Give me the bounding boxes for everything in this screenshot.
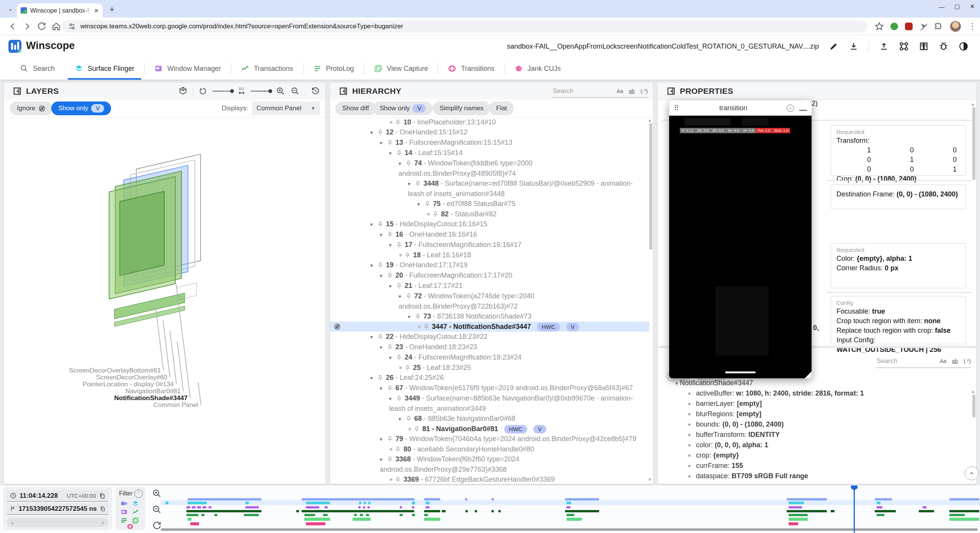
timeline-segment-screen-recording[interactable] xyxy=(492,498,494,500)
forward-icon[interactable] xyxy=(22,21,32,31)
property-row[interactable]: color: (0, 0, 0), alpha: 1 xyxy=(684,440,970,450)
hide-layer-eye-icon[interactable] xyxy=(334,323,341,330)
next-frame-icon[interactable]: › xyxy=(102,519,104,526)
timeline-segment-window-manager[interactable] xyxy=(306,506,319,508)
pin-icon[interactable] xyxy=(406,416,411,422)
timeline-segment-view-capture[interactable] xyxy=(304,518,330,521)
minimize-icon[interactable]: — xyxy=(799,105,807,114)
regex-icon[interactable]: (.*) xyxy=(964,358,971,364)
pin-icon[interactable] xyxy=(424,324,429,330)
layer-label[interactable]: PointerLocation - display 0#134 xyxy=(4,381,174,388)
hierarchy-node-19[interactable]: ▾19 - OneHanded:17:17#19 xyxy=(330,260,649,270)
prev-frame-icon[interactable]: ‹ xyxy=(11,519,13,526)
timeline-segment-view-capture[interactable] xyxy=(353,518,371,521)
timeline-segment-window-manager[interactable] xyxy=(363,506,365,508)
upload-icon[interactable] xyxy=(879,41,889,51)
human-time-field[interactable]: 11:04:14.228 UTC+00:00 xyxy=(7,490,108,502)
hierarchy-node-13[interactable]: ▾13 - FullscreenMagnification:15:15#13 xyxy=(330,137,649,148)
hierarchy-node-3369[interactable]: 3369 - 67726bf EdgeBackGestureHandler0#3… xyxy=(330,474,649,484)
timeline-segment-surface-flinger[interactable] xyxy=(567,502,571,504)
expand-arrow-icon[interactable]: ▾ xyxy=(399,159,406,168)
timeline-segment-window-manager[interactable] xyxy=(197,506,201,508)
layer-label[interactable]: NavigationBar0#81 xyxy=(4,387,181,395)
property-row[interactable]: activeBuffer: w: 1080, h: 2400, stride: … xyxy=(684,388,970,399)
tab-jank-cujs[interactable]: Jank CUJs xyxy=(505,57,571,80)
hierarchy-node-3447[interactable]: 3447 - NotificationShade#3447HWCV xyxy=(330,322,649,332)
rotation-slider[interactable] xyxy=(212,91,232,92)
properties-search-input[interactable]: Search Aa ab (.*) xyxy=(876,355,971,368)
browser-menu-icon[interactable]: ⋮ xyxy=(969,21,976,31)
timeline-segment-screen-recording[interactable] xyxy=(465,498,467,500)
pin-icon[interactable] xyxy=(378,334,383,340)
expand-arrow-icon[interactable]: ▾ xyxy=(370,260,378,270)
property-row[interactable]: bufferTransform: IDENTITY xyxy=(684,430,970,440)
collapse-panel-icon[interactable] xyxy=(13,87,21,95)
spacing-slider[interactable] xyxy=(251,91,271,92)
profile-avatar[interactable] xyxy=(950,21,961,32)
timeline-segment-window-manager[interactable] xyxy=(426,506,430,508)
screenshot-overlay-window[interactable]: ⠿ transition i — P: 0 / 1dX: 0.0dY: 0.0X… xyxy=(669,100,812,378)
pin-icon[interactable] xyxy=(395,119,400,126)
hierarchy-node-21[interactable]: ▾21 - Leaf:17:17#21 xyxy=(330,281,649,291)
timeline-segment-protolog[interactable] xyxy=(214,514,217,516)
reset-view-icon[interactable] xyxy=(311,87,320,96)
pin-icon[interactable] xyxy=(378,129,383,136)
hierarchy-node-67[interactable]: ▾67 - WindowToken{e5176f9 type=2019 andr… xyxy=(330,383,649,393)
timeline-segment-view-capture[interactable] xyxy=(789,518,808,521)
hierarchy-node-74[interactable]: ▾74 - WindowToken{fdddbe6 type=2000 andr… xyxy=(330,158,649,178)
extension-cursor-icon[interactable] xyxy=(919,22,929,32)
timeline-segment-protolog[interactable] xyxy=(244,514,259,516)
timeline-segment-transactions[interactable] xyxy=(302,510,414,512)
timeline-segment-transitions[interactable] xyxy=(789,522,798,525)
timeline-segment-protolog[interactable] xyxy=(789,514,808,516)
property-row[interactable]: crop: {empty} xyxy=(684,450,970,461)
timeline-segment-view-capture[interactable] xyxy=(949,518,979,521)
timeline-zoom-out-icon[interactable] xyxy=(152,505,162,515)
pin-icon[interactable] xyxy=(405,252,410,258)
match-word-icon[interactable]: ab xyxy=(629,88,635,94)
ns-time-field[interactable]: 1715339054227572545 ns xyxy=(7,503,108,515)
show-only-button[interactable]: Show only V xyxy=(51,101,111,115)
property-row[interactable]: barrierLayer: [empty] xyxy=(684,399,970,409)
timeline-segment-protolog[interactable] xyxy=(400,514,403,516)
expand-arrow-icon[interactable]: ▾ xyxy=(408,312,415,322)
scrollbar-down-icon[interactable]: ▼ xyxy=(648,477,652,482)
timeline-segment-protolog[interactable] xyxy=(304,514,315,516)
tab-view-capture[interactable]: View Capture xyxy=(364,57,438,80)
pin-icon[interactable] xyxy=(387,232,392,238)
pin-icon[interactable] xyxy=(406,293,411,299)
timeline-segment-surface-flinger[interactable] xyxy=(877,502,880,504)
hierarchy-node-14[interactable]: ▾14 - Leaf:15:15#14 xyxy=(330,148,649,158)
hierarchy-node-23[interactable]: ▾23 - OneHanded:18:23#23 xyxy=(330,342,649,352)
timeline-segment-window-manager[interactable] xyxy=(567,506,570,508)
hierarchy-node-18[interactable]: 18 - Leaf:16:16#18 xyxy=(330,250,649,260)
report-bug-icon[interactable] xyxy=(939,41,949,51)
expand-arrow-icon[interactable]: ▾ xyxy=(675,380,678,386)
back-icon[interactable] xyxy=(8,21,18,31)
pin-icon[interactable] xyxy=(425,201,430,207)
hierarchy-node-16[interactable]: ▾16 - OneHanded:16:16#16 xyxy=(330,229,649,240)
show-only-button[interactable]: Show onlyV xyxy=(373,101,433,115)
pin-icon[interactable] xyxy=(397,355,402,361)
tab-surface-flinger[interactable]: Surface Flinger xyxy=(65,57,144,80)
hierarchy-node-17[interactable]: ▾17 - FullscreenMagnification:16:16#17 xyxy=(330,240,649,250)
expand-arrow-icon[interactable]: ▾ xyxy=(417,199,425,209)
pin-icon[interactable] xyxy=(378,375,383,381)
timeline-segment-surface-flinger[interactable] xyxy=(306,502,330,504)
timeline-segment-window-manager[interactable] xyxy=(245,506,259,508)
timeline-segment-protolog[interactable] xyxy=(323,514,328,516)
properties-scrollbar[interactable] xyxy=(972,107,975,180)
hierarchy-node-75[interactable]: ▾75 - ed70f88 StatusBar#75 xyxy=(330,199,649,209)
hierarchy-node-20[interactable]: ▾20 - FullscreenMagnification:17:17#20 xyxy=(330,270,649,281)
pin-icon[interactable] xyxy=(397,396,402,402)
pin-icon[interactable] xyxy=(387,140,392,146)
timeline-segment-protolog[interactable] xyxy=(360,514,363,516)
pin-icon[interactable] xyxy=(387,344,392,350)
match-case-icon[interactable]: Aa xyxy=(617,88,623,94)
timeline-segment-view-capture[interactable] xyxy=(188,518,191,521)
browser-tab[interactable]: Winscope | sandbox-FAIL ✕ xyxy=(17,3,103,18)
timeline-segment-window-manager[interactable] xyxy=(877,506,882,508)
tab-transactions[interactable]: Transactions xyxy=(231,57,303,80)
pin-icon[interactable] xyxy=(397,283,402,289)
keyboard-shortcuts-icon[interactable] xyxy=(899,41,909,51)
